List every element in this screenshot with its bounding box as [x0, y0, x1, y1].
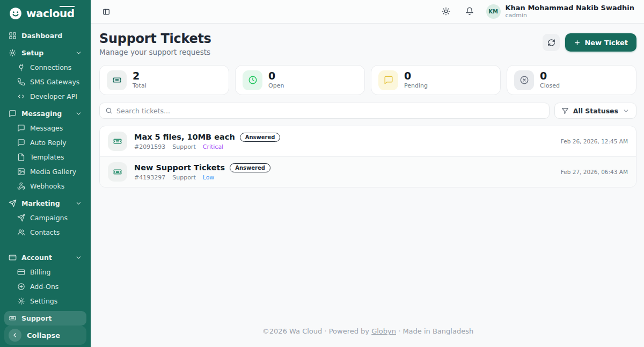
funnel-icon [561, 107, 569, 114]
ticket-priority: Critical [203, 143, 223, 150]
ticket-date: Feb 27, 2026, 06:43 AM [561, 169, 628, 175]
topbar-right: KM Khan Mohammad Nakib Swadhin cadmin [439, 4, 634, 19]
chat-icon [17, 124, 25, 132]
app-root: wacloud DashboardSetupConnectionsSMS Gat… [0, 0, 644, 347]
new-ticket-label: New Ticket [584, 39, 628, 47]
sidebar-item-label: Add-Ons [30, 283, 58, 291]
send-icon [17, 214, 25, 222]
sidebar-item-label: Dashboard [21, 32, 62, 40]
sidebar-item-billing[interactable]: Billing [4, 265, 86, 279]
chevron-down-icon [75, 110, 82, 117]
credit-card-icon [17, 268, 25, 276]
ticket-icon [9, 314, 17, 322]
ticket-icon [107, 70, 127, 90]
ticket-row[interactable]: New Support TicketsAnswered#4193297Suppo… [100, 156, 636, 187]
topbar: KM Khan Mohammad Nakib Swadhin cadmin [91, 0, 644, 24]
main-area: KM Khan Mohammad Nakib Swadhin cadmin Su… [91, 0, 644, 347]
sidebar-item-marketing[interactable]: Marketing [4, 196, 86, 211]
stats-row: 2Total0Open0Pending0Closed [99, 65, 636, 95]
sidebar-item-templates[interactable]: Templates [4, 150, 86, 164]
footer: ©2026 Wa Cloud · Powered by Globyn · Mad… [99, 322, 636, 342]
sidebar-item-contacts[interactable]: Contacts [4, 225, 86, 240]
plug-icon [17, 63, 25, 71]
stat-label: Total [133, 82, 147, 89]
sidebar-item-label: Account [21, 254, 52, 262]
sidebar-item-label: Campaigns [30, 214, 68, 222]
sidebar-item-label: SMS Gateways [30, 78, 79, 86]
sidebar-item-setup[interactable]: Setup [4, 46, 86, 60]
user-name: Khan Mohammad Nakib Swadhin [506, 4, 634, 12]
sidebar-item-label: Developer API [30, 92, 77, 100]
ticket-title: Max 5 files, 10MB each [134, 133, 235, 141]
sidebar-item-label: Connections [30, 63, 71, 71]
image-icon [17, 168, 25, 176]
avatar[interactable]: KM [486, 4, 501, 19]
ticket-icon [108, 132, 127, 151]
credit-card-icon [9, 254, 17, 262]
sidebar-item-label: Webhooks [30, 182, 64, 190]
theme-toggle-sun-icon[interactable] [439, 4, 453, 18]
sidebar-item-sms-gateways[interactable]: SMS Gateways [4, 75, 86, 89]
footer-made-in: · Made in Bangladesh [396, 327, 473, 335]
stat-label: Pending [404, 82, 428, 89]
sidebar-item-support[interactable]: Support [4, 311, 86, 326]
sidebar-item-dashboard[interactable]: Dashboard [4, 28, 86, 43]
refresh-button[interactable] [543, 34, 560, 51]
plus-circle-icon [17, 283, 25, 291]
sidebar-item-media-gallery[interactable]: Media Gallery [4, 164, 86, 179]
notifications-bell-icon[interactable] [463, 4, 477, 18]
sidebar-item-label: Templates [30, 153, 64, 161]
sidebar-toggle-icon[interactable] [99, 5, 113, 19]
sidebar-item-connections[interactable]: Connections [4, 60, 86, 75]
search-input[interactable] [116, 107, 544, 115]
stat-label: Closed [540, 82, 560, 89]
stat-card-closed: 0Closed [507, 65, 636, 95]
user-role: cadmin [506, 12, 634, 19]
ticket-list: Max 5 files, 10MB eachAnswered#2091593Su… [99, 126, 636, 187]
user-menu[interactable]: KM Khan Mohammad Nakib Swadhin cadmin [486, 4, 634, 19]
stat-value: 2 [133, 71, 147, 82]
ticket-category: Support [172, 143, 195, 150]
sidebar-item-campaigns[interactable]: Campaigns [4, 211, 86, 225]
sidebar-item-label: Messages [30, 124, 63, 132]
app-logo[interactable]: wacloud [4, 4, 86, 26]
sidebar-item-label: Support [21, 314, 52, 322]
chevron-down-icon [623, 107, 630, 114]
sidebar-collapse-button[interactable]: Collapse [4, 326, 86, 345]
sidebar-item-label: Auto Reply [30, 139, 67, 147]
status-filter-label: All Statuses [573, 107, 618, 115]
sidebar-item-account[interactable]: Account [4, 250, 86, 265]
new-ticket-button[interactable]: New Ticket [565, 33, 636, 52]
footer-globyn-link[interactable]: Globyn [371, 327, 396, 335]
chevron-left-icon[interactable] [9, 329, 21, 342]
stat-label: Open [268, 82, 284, 89]
header-actions: New Ticket [543, 33, 636, 52]
webhook-icon [17, 182, 25, 190]
sidebar-item-label: Billing [30, 268, 50, 276]
sidebar-item-messages[interactable]: Messages [4, 121, 86, 135]
sidebar-item-label: Contacts [30, 228, 60, 236]
sidebar-item-settings[interactable]: Settings [4, 294, 86, 308]
chevron-down-icon [75, 254, 82, 261]
stat-value: 0 [268, 71, 284, 82]
status-filter-dropdown[interactable]: All Statuses [554, 103, 636, 119]
stat-card-total: 2Total [99, 65, 229, 95]
ticket-title: New Support Tickets [134, 163, 225, 172]
ticket-status-badge: Answered [240, 133, 281, 142]
code-icon [17, 92, 25, 100]
sidebar-item-developer-api[interactable]: Developer API [4, 89, 86, 104]
phone-icon [17, 78, 25, 86]
sidebar-item-messaging[interactable]: Messaging [4, 106, 86, 121]
sidebar-item-webhooks[interactable]: Webhooks [4, 179, 86, 193]
sidebar-item-label: Setup [21, 49, 43, 57]
ticket-status-badge: Answered [230, 163, 270, 172]
document-icon [17, 153, 25, 161]
sidebar-item-auto-reply[interactable]: Auto Reply [4, 135, 86, 150]
refresh-icon [547, 39, 555, 47]
sidebar-item-add-ons[interactable]: Add-Ons [4, 279, 86, 294]
content: Support Tickets Manage your support requ… [91, 24, 644, 347]
ticket-category: Support [172, 174, 195, 181]
ticket-id: #2091593 [134, 143, 165, 150]
ticket-row[interactable]: Max 5 files, 10MB eachAnswered#2091593Su… [100, 126, 636, 156]
sidebar-item-label: Marketing [21, 199, 60, 207]
